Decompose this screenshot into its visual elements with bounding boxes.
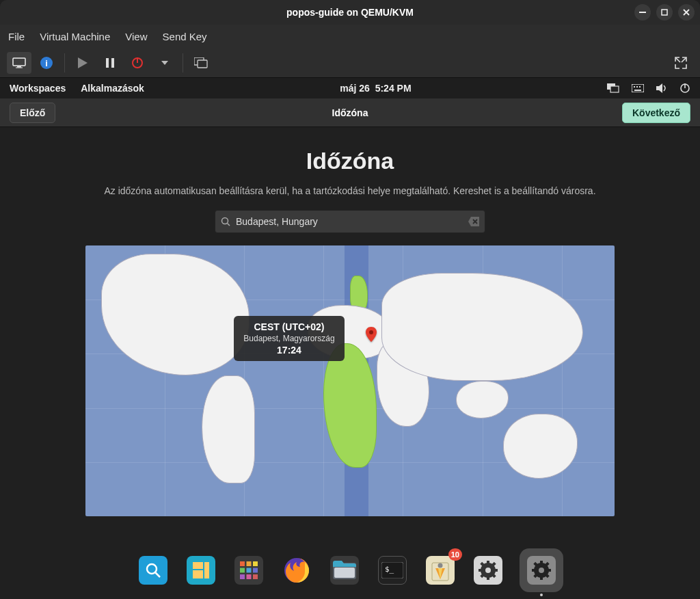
- console-view-button[interactable]: [7, 52, 31, 74]
- fullscreen-button[interactable]: [669, 52, 693, 74]
- land-africa-highlight: [323, 343, 376, 468]
- svg-rect-30: [240, 561, 245, 566]
- svg-text:$_: $_: [385, 565, 394, 574]
- svg-line-23: [228, 224, 230, 226]
- svg-rect-4: [16, 67, 23, 68]
- vm-toolbar: i: [0, 48, 700, 78]
- shutdown-menu-button[interactable]: [152, 52, 177, 74]
- tooltip-location: Budapest, Magyarország: [241, 334, 338, 343]
- svg-point-48: [485, 568, 491, 573]
- svg-rect-31: [247, 561, 252, 566]
- files-icon: [330, 556, 359, 585]
- svg-point-46: [438, 563, 443, 568]
- svg-rect-34: [247, 568, 252, 573]
- workspaces-button[interactable]: Workspaces: [10, 83, 66, 94]
- page-subtitle: Az időzóna automatikusan beállításra ker…: [0, 185, 700, 196]
- window-title: popos-guide on QEMU/KVM: [286, 7, 414, 18]
- maximize-button[interactable]: [656, 4, 673, 21]
- search-icon: [221, 217, 230, 226]
- svg-rect-61: [532, 569, 536, 572]
- dock: $_ 10: [137, 548, 563, 592]
- svg-line-26: [155, 572, 160, 577]
- svg-rect-37: [247, 574, 252, 579]
- window-controls: [634, 4, 695, 21]
- menu-view[interactable]: View: [125, 31, 147, 42]
- menu-send-key[interactable]: Send Key: [163, 31, 207, 42]
- screen-share-icon[interactable]: [607, 83, 619, 93]
- svg-rect-27: [193, 562, 203, 569]
- svg-rect-14: [610, 86, 619, 92]
- svg-rect-59: [540, 561, 543, 565]
- page-title: Időzóna: [0, 148, 700, 174]
- info-button[interactable]: i: [34, 52, 59, 74]
- running-indicator: [540, 594, 543, 596]
- dock-item-terminal[interactable]: $_: [376, 554, 409, 587]
- svg-rect-35: [253, 568, 258, 573]
- svg-rect-29: [193, 570, 203, 578]
- titlebar: popos-guide on QEMU/KVM: [0, 0, 700, 25]
- tooltip-timezone: CEST (UTC+02): [241, 321, 338, 332]
- svg-rect-0: [639, 12, 646, 13]
- svg-rect-36: [240, 574, 245, 579]
- svg-rect-28: [204, 562, 209, 578]
- land-se-asia: [456, 381, 509, 418]
- menu-file[interactable]: File: [8, 31, 25, 42]
- next-button-label: Következő: [632, 107, 680, 118]
- svg-rect-49: [487, 561, 489, 565]
- clear-search-icon[interactable]: [468, 217, 479, 226]
- tooltip-local-time: 17:24: [241, 345, 338, 356]
- dock-item-installer[interactable]: [520, 548, 563, 592]
- dock-item-files[interactable]: [328, 554, 361, 587]
- volume-icon[interactable]: [656, 83, 667, 93]
- timezone-search[interactable]: [215, 210, 485, 233]
- menubar: File Virtual Machine View Send Key: [0, 25, 700, 48]
- dock-item-search[interactable]: [137, 554, 170, 587]
- installer-header: Előző Időzóna Következő: [0, 98, 700, 127]
- next-button[interactable]: Következő: [622, 103, 690, 123]
- gear-icon: [527, 556, 556, 585]
- dock-item-store[interactable]: 10: [424, 554, 457, 587]
- land-asia: [381, 273, 582, 381]
- svg-rect-52: [494, 569, 498, 572]
- firefox-icon: [282, 556, 311, 585]
- dock-item-firefox[interactable]: [280, 554, 313, 587]
- clock-area[interactable]: máj 26 5:24 PM: [144, 83, 607, 94]
- dock-item-settings[interactable]: [472, 554, 504, 587]
- svg-rect-62: [547, 569, 551, 572]
- timezone-tooltip: CEST (UTC+02) Budapest, Magyarország 17:…: [234, 316, 345, 361]
- timezone-map[interactable]: CEST (UTC+02) Budapest, Magyarország 17:…: [85, 245, 615, 516]
- run-button[interactable]: [70, 52, 95, 74]
- dock-item-tiling[interactable]: [185, 554, 217, 587]
- svg-rect-50: [487, 576, 489, 580]
- magnify-icon: [139, 556, 167, 585]
- power-icon[interactable]: [679, 83, 690, 94]
- time-label: 5:24 PM: [375, 83, 412, 94]
- apps-grid-icon: [234, 556, 263, 585]
- toolbar-separator: [183, 53, 183, 72]
- svg-point-24: [369, 330, 373, 334]
- svg-point-58: [539, 568, 544, 573]
- timezone-search-input[interactable]: [236, 216, 463, 227]
- applications-button[interactable]: Alkalmazások: [81, 83, 144, 94]
- svg-rect-15: [632, 84, 644, 92]
- pause-button[interactable]: [98, 52, 122, 74]
- previous-button-label: Előző: [20, 107, 45, 118]
- svg-rect-18: [639, 86, 641, 88]
- close-button[interactable]: [678, 4, 695, 21]
- svg-rect-41: [334, 568, 355, 578]
- svg-rect-17: [636, 86, 638, 88]
- menu-virtual-machine[interactable]: Virtual Machine: [40, 31, 110, 42]
- minimize-button[interactable]: [634, 4, 651, 21]
- svg-rect-51: [479, 569, 483, 572]
- dock-item-apps[interactable]: [232, 554, 265, 587]
- svg-rect-2: [13, 58, 25, 66]
- updates-badge: 10: [448, 548, 462, 561]
- previous-button[interactable]: Előző: [10, 103, 55, 123]
- svg-rect-7: [106, 58, 109, 68]
- gnome-top-bar: Workspaces Alkalmazások máj 26 5:24 PM: [0, 78, 700, 98]
- snapshots-button[interactable]: [189, 52, 213, 74]
- keyboard-icon[interactable]: [632, 84, 644, 92]
- svg-rect-1: [662, 10, 667, 15]
- shutdown-button[interactable]: [125, 52, 150, 74]
- toolbar-separator: [64, 53, 65, 72]
